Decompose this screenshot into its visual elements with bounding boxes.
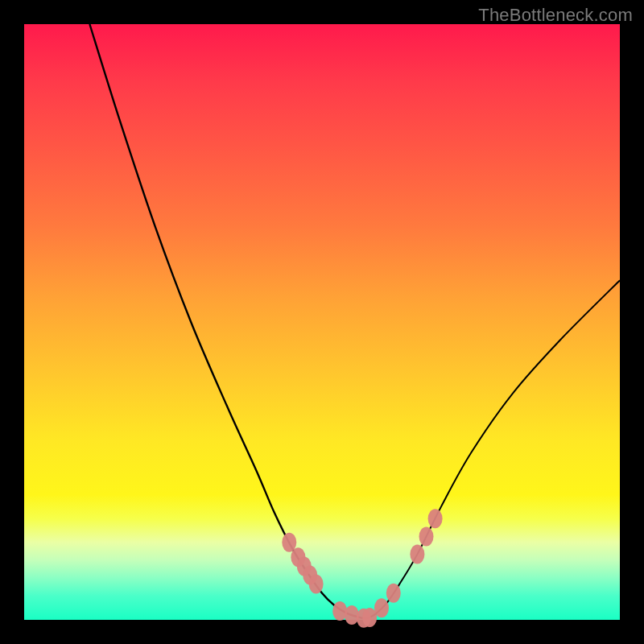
chart-frame: TheBottleneck.com — [0, 0, 644, 644]
curve-right-branch — [367, 280, 621, 618]
marker-dot — [309, 575, 324, 594]
marker-dot — [410, 545, 424, 564]
bottleneck-curve — [24, 24, 620, 620]
watermark-text: TheBottleneck.com — [478, 5, 633, 26]
marker-dot — [386, 584, 401, 603]
marker-dot — [428, 509, 443, 528]
plot-area — [24, 24, 620, 620]
marker-dot — [374, 598, 389, 617]
marker-dot-group — [282, 509, 442, 628]
marker-dot — [419, 526, 434, 546]
curve-left-branch — [89, 24, 366, 619]
